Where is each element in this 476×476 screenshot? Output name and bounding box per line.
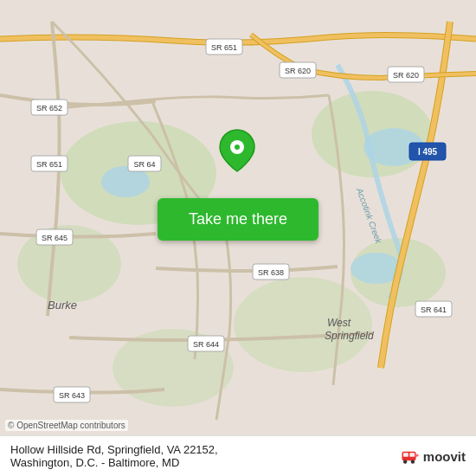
moovit-logo: moovit (401, 447, 466, 466)
svg-point-44 (411, 460, 415, 463)
svg-text:SR 651: SR 651 (211, 43, 237, 52)
svg-rect-41 (403, 453, 408, 456)
bottom-bar: Hollow Hillside Rd, Springfield, VA 2215… (0, 435, 476, 476)
address-text: Hollow Hillside Rd, Springfield, VA 2215… (10, 443, 401, 469)
svg-text:SR 620: SR 620 (285, 67, 311, 75)
svg-text:SR 651: SR 651 (36, 160, 62, 169)
map-container: SR 651 SR 620 SR 620 SR 652 SR 651 SR 64… (0, 0, 476, 476)
moovit-icon (401, 447, 420, 466)
svg-point-5 (234, 277, 372, 372)
svg-text:SR 620: SR 620 (393, 71, 419, 80)
svg-text:Burke: Burke (48, 299, 77, 312)
location-pin (218, 128, 256, 166)
svg-point-39 (235, 145, 240, 150)
address-line1: Hollow Hillside Rd, Springfield, VA 2215… (10, 443, 401, 456)
svg-text:SR 645: SR 645 (42, 234, 68, 242)
svg-text:Springfield: Springfield (325, 330, 374, 342)
svg-rect-45 (415, 454, 418, 457)
svg-text:SR 652: SR 652 (36, 104, 62, 113)
svg-text:SR 644: SR 644 (193, 340, 219, 349)
svg-text:I 495: I 495 (418, 147, 438, 157)
svg-text:SR 641: SR 641 (421, 306, 447, 314)
moovit-text: moovit (423, 449, 466, 464)
osm-attribution: © OpenStreetMap contributors (5, 420, 128, 431)
svg-text:SR 64: SR 64 (133, 160, 155, 169)
address-line2: Washington, D.C. - Baltimore, MD (10, 456, 401, 469)
svg-point-43 (403, 460, 407, 463)
svg-rect-42 (409, 453, 415, 456)
svg-text:SR 643: SR 643 (59, 391, 85, 400)
svg-text:SR 638: SR 638 (258, 268, 284, 277)
svg-text:West: West (327, 317, 351, 329)
take-me-there-button[interactable]: Take me there (158, 198, 318, 241)
